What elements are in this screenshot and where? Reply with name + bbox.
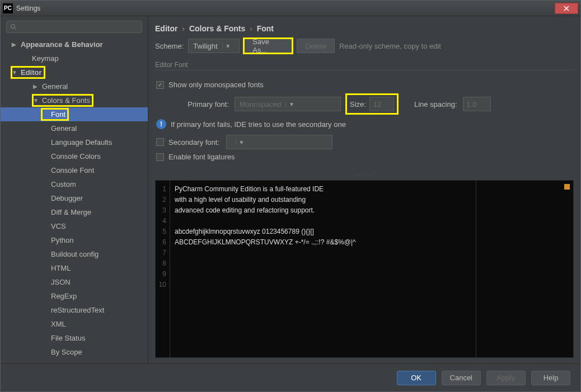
size-input[interactable] xyxy=(369,97,394,111)
tree-item-file-status[interactable]: File Status xyxy=(1,331,148,345)
tree-item-label: Console Font xyxy=(49,165,96,176)
tree-item-json[interactable]: JSON xyxy=(1,275,148,289)
chevron-down-icon: ▼ xyxy=(12,69,18,75)
close-button[interactable] xyxy=(555,3,578,14)
tree-item-label: File Status xyxy=(49,333,87,343)
chevron-right-icon: › xyxy=(182,24,185,33)
scheme-label: Scheme: xyxy=(155,42,184,50)
tree-item-label: reStructuredText xyxy=(49,305,106,315)
font-preview: 12345678910 PyCharm Community Edition is… xyxy=(155,180,574,358)
tree-item-general[interactable]: ▶General xyxy=(1,79,148,93)
tree-item-label: General xyxy=(49,123,79,134)
tree-item-label: Diff & Merge xyxy=(49,207,93,218)
ok-button[interactable]: OK xyxy=(397,371,436,385)
secondary-font-dropdown: ▼ xyxy=(226,135,332,149)
close-icon xyxy=(564,6,569,11)
secondary-font-label: Secondary font: xyxy=(168,138,219,147)
tree-item-editor[interactable]: ▼Editor xyxy=(1,65,148,79)
show-mono-label: Show only monospaced fonts xyxy=(168,81,264,89)
chevron-down-icon: ▼ xyxy=(236,139,247,145)
show-mono-checkbox[interactable] xyxy=(156,81,164,89)
tree-item-html[interactable]: HTML xyxy=(1,261,148,275)
chevron-right-icon: › xyxy=(250,24,252,33)
tree-item-label: HTML xyxy=(49,263,73,273)
tree-item-colors-fonts[interactable]: ▼Colors & Fonts xyxy=(1,93,148,107)
margin-line xyxy=(476,181,476,357)
tree-item-restructuredtext[interactable]: reStructuredText xyxy=(1,303,148,317)
tree-item-label: Colors & Fonts xyxy=(40,95,92,106)
tree-item-by-scope[interactable]: By Scope xyxy=(1,345,148,359)
titlebar: PC Settings xyxy=(1,1,580,16)
tree-item-label: By Scope xyxy=(49,347,85,357)
tree-item-label: Language Defaults xyxy=(49,137,114,148)
tree-item-general[interactable]: General xyxy=(1,121,148,135)
tree-item-label: Appearance & Behavior xyxy=(18,39,105,50)
help-button[interactable]: Help xyxy=(531,371,570,385)
tree-item-appearance-behavior[interactable]: ▶Appearance & Behavior xyxy=(1,37,148,51)
primary-font-label: Primary font: xyxy=(179,100,229,108)
chevron-down-icon: ▼ xyxy=(33,97,40,103)
linespacing-input[interactable] xyxy=(463,97,491,111)
gutter: 12345678910 xyxy=(156,181,170,357)
tree-item-xml[interactable]: XML xyxy=(1,317,148,331)
settings-window: PC Settings ▶Appearance & BehaviorKeymap… xyxy=(0,0,581,392)
tree-item-label: Font xyxy=(49,109,68,120)
warning-marker-icon xyxy=(564,184,570,190)
scheme-value: Twilight xyxy=(189,42,222,50)
ligatures-label: Enable font ligatures xyxy=(168,153,235,161)
search-input[interactable] xyxy=(19,23,138,31)
tree-item-console-font[interactable]: Console Font xyxy=(1,163,148,177)
tree-item-vcs[interactable]: VCS xyxy=(1,219,148,233)
search-box[interactable] xyxy=(6,21,142,33)
tree-item-buildout-config[interactable]: Buildout config xyxy=(1,247,148,261)
delete-button: Delete xyxy=(297,39,335,53)
breadcrumb-colors[interactable]: Colors & Fonts xyxy=(189,24,245,33)
settings-tree[interactable]: ▶Appearance & BehaviorKeymap▼Editor▶Gene… xyxy=(1,37,148,363)
tree-item-console-colors[interactable]: Console Colors xyxy=(1,149,148,163)
svg-point-0 xyxy=(11,25,15,29)
tree-item-regexp[interactable]: RegExp xyxy=(1,289,148,303)
cancel-button[interactable]: Cancel xyxy=(442,371,481,385)
primary-font-value: Monospaced xyxy=(235,100,285,108)
tree-item-label: Editor xyxy=(18,67,44,78)
ligatures-checkbox[interactable] xyxy=(156,153,164,161)
tree-item-debugger[interactable]: Debugger xyxy=(1,191,148,205)
tree-item-language-defaults[interactable]: Language Defaults xyxy=(1,135,148,149)
tree-item-font[interactable]: Font xyxy=(1,107,148,121)
tree-item-keymap[interactable]: Keymap xyxy=(1,51,148,65)
preview-code: PyCharm Community Edition is a full-feat… xyxy=(170,181,360,357)
window-title: Settings xyxy=(16,4,555,12)
dialog-footer: OK Cancel Apply Help xyxy=(1,363,580,391)
primary-font-dropdown: Monospaced ▼ xyxy=(235,97,341,111)
tree-item-python[interactable]: Python xyxy=(1,233,148,247)
editor-font-section: Editor Font xyxy=(155,61,574,70)
chevron-down-icon: ▼ xyxy=(222,43,233,49)
size-label: Size: xyxy=(350,100,366,108)
save-as-button[interactable]: Save As... xyxy=(244,39,292,53)
content-pane: Editor › Colors & Fonts › Font Scheme: T… xyxy=(148,16,580,363)
tree-item-label: XML xyxy=(49,319,68,329)
chevron-right-icon: ▶ xyxy=(12,41,18,48)
tree-item-label: Custom xyxy=(49,179,78,190)
tree-item-diff-merge[interactable]: Diff & Merge xyxy=(1,205,148,219)
tree-item-label: VCS xyxy=(49,221,68,232)
tree-item-custom[interactable]: Custom xyxy=(1,177,148,191)
readonly-note: Read-only scheme, copy to edit xyxy=(339,42,441,50)
tree-item-label: Debugger xyxy=(49,193,85,204)
tree-item-label: RegExp xyxy=(49,291,79,301)
apply-button: Apply xyxy=(486,371,526,385)
linespacing-label: Line spacing: xyxy=(414,100,457,108)
secondary-font-checkbox[interactable] xyxy=(156,138,164,146)
info-icon: ! xyxy=(156,119,166,129)
tree-item-label: Console Colors xyxy=(49,151,103,162)
chevron-down-icon: ▼ xyxy=(285,101,297,107)
chevron-right-icon: ▶ xyxy=(33,83,40,89)
breadcrumb: Editor › Colors & Fonts › Font xyxy=(155,22,574,39)
splitter-gripper[interactable]: :::::::: xyxy=(155,172,574,176)
breadcrumb-editor[interactable]: Editor xyxy=(155,24,177,33)
info-text: If primary font fails, IDE tries to use … xyxy=(171,120,346,129)
breadcrumb-font: Font xyxy=(257,24,274,33)
tree-item-label: General xyxy=(40,81,70,92)
scheme-dropdown[interactable]: Twilight ▼ xyxy=(188,39,240,53)
tree-item-label: JSON xyxy=(49,277,73,287)
